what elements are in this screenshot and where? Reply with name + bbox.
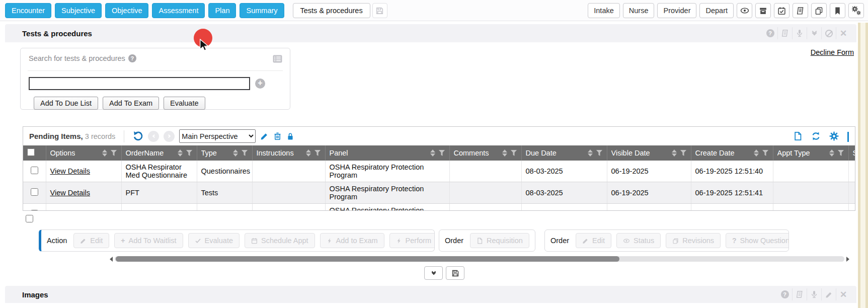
archive-button[interactable] [755,3,771,18]
col-appt-type[interactable]: Appt Type [773,145,848,161]
decline-form-link[interactable]: Decline Form [811,48,854,56]
tab-encounter[interactable]: Encounter [5,3,51,18]
edit-perspective-button[interactable] [260,132,269,140]
nurse-button[interactable]: Nurse [623,3,655,18]
add-to-waitlist-button[interactable]: +Add To Waitlist [114,233,183,248]
filter-icon[interactable] [111,150,117,157]
copy-button[interactable] [811,3,827,18]
microphone-button[interactable] [792,27,807,39]
eye-button[interactable] [737,3,752,18]
sort-icon[interactable] [102,149,107,157]
page-scrollbar-strip[interactable] [858,23,868,308]
tab-subjective[interactable]: Subjective [55,3,102,18]
view-details-link[interactable]: View Details [50,167,91,175]
sort-icon[interactable] [672,149,677,157]
settings-button[interactable] [848,3,864,18]
add-to-due-list-button[interactable]: Add To Due List [34,97,98,110]
col-options[interactable]: Options [46,145,121,161]
col-instructions[interactable]: Instructions [252,145,325,161]
filter-icon[interactable] [242,150,248,157]
row-checkbox[interactable] [31,210,38,211]
edit-button[interactable] [821,288,836,300]
evaluate-button[interactable]: Evaluate [164,97,205,110]
search-input[interactable] [29,77,250,90]
save-panel-button[interactable] [446,266,464,280]
col-panel[interactable]: Panel [325,145,449,161]
view-details-link[interactable]: View Details [50,210,91,211]
filter-icon[interactable] [680,150,687,157]
view-details-link[interactable]: View Details [50,189,91,197]
next-page-button[interactable] [164,131,175,142]
collapse-grid-button[interactable] [847,132,849,141]
filter-icon[interactable] [838,150,844,157]
sort-icon[interactable] [430,149,435,157]
book-button[interactable] [793,3,808,18]
scrollbar-thumb[interactable] [116,256,619,262]
tab-objective[interactable]: Objective [105,3,148,18]
book-button[interactable] [777,27,792,39]
list-view-button[interactable] [271,53,284,64]
order-edit-button[interactable]: Edit [576,233,611,248]
calendar-check-button[interactable] [774,3,790,18]
sort-icon[interactable] [588,149,593,157]
col-type[interactable]: Type [197,145,252,161]
select-all-checkbox[interactable] [27,148,35,156]
filter-icon[interactable] [511,150,517,157]
add-search-button[interactable]: + [255,79,265,89]
sort-icon[interactable] [306,149,311,157]
collapse-panel-button[interactable] [424,266,443,280]
bookmark-button[interactable] [830,3,845,18]
intake-button[interactable]: Intake [588,3,620,18]
filter-icon[interactable] [596,150,603,157]
sort-icon[interactable] [754,149,759,157]
filter-icon[interactable] [186,150,193,157]
sort-icon[interactable] [233,149,238,157]
col-visible-date[interactable]: Visible Date [607,145,691,161]
tab-plan[interactable]: Plan [208,3,236,18]
scrollbar-track[interactable] [115,256,844,262]
col-ordername[interactable]: OrderName [121,145,197,161]
col-comments[interactable]: Comments [449,145,521,161]
evaluate-action-button[interactable]: Evaluate [188,233,240,248]
scroll-right-arrow[interactable] [846,257,849,262]
new-row-checkbox[interactable] [26,215,33,222]
tab-summary[interactable]: Summary [240,3,284,18]
requisition-button[interactable]: Requisition [470,233,529,248]
add-to-exam-action-button[interactable]: Add to Exam [320,233,384,248]
refresh-button[interactable] [811,131,821,141]
perspective-select[interactable]: Main Perspective [179,129,256,143]
collapse-button[interactable] [807,27,821,39]
block-button[interactable] [821,27,836,39]
tab-assessment[interactable]: Assessment [152,3,205,18]
sort-icon[interactable] [829,149,834,157]
new-document-button[interactable] [793,131,803,141]
col-due-date[interactable]: Due Date [521,145,607,161]
horizontal-scrollbar[interactable] [110,256,849,262]
prev-page-button[interactable] [148,131,159,142]
edit-button[interactable]: Edit [73,233,109,248]
perform-button[interactable]: Perform [389,233,435,248]
row-checkbox[interactable] [31,167,38,174]
lock-perspective-button[interactable] [286,132,294,140]
help-button[interactable]: ? [777,288,792,300]
status-button[interactable]: Status [616,233,661,248]
filter-icon[interactable] [439,150,445,157]
help-button[interactable]: ? [763,27,777,39]
book-button[interactable] [792,288,807,300]
col-create-date[interactable]: Create Date [691,145,773,161]
sort-icon[interactable] [502,149,507,157]
close-button[interactable]: ✕ [836,27,850,39]
search-help-icon[interactable]: ? [128,54,136,62]
delete-perspective-button[interactable] [273,132,282,140]
tab-tests-procedures[interactable]: Tests & procedures [293,3,370,18]
add-to-exam-button[interactable]: Add To Exam [103,97,159,110]
schedule-appt-button[interactable]: Schedule Appt [245,233,315,248]
save-tab-button[interactable] [372,3,387,18]
sort-icon[interactable] [178,149,183,157]
microphone-button[interactable] [807,288,821,300]
provider-button[interactable]: Provider [657,3,696,18]
depart-button[interactable]: Depart [699,3,734,18]
undo-button[interactable] [133,131,143,141]
scroll-left-arrow[interactable] [110,257,113,262]
revisions-button[interactable]: Revisions [666,233,721,248]
